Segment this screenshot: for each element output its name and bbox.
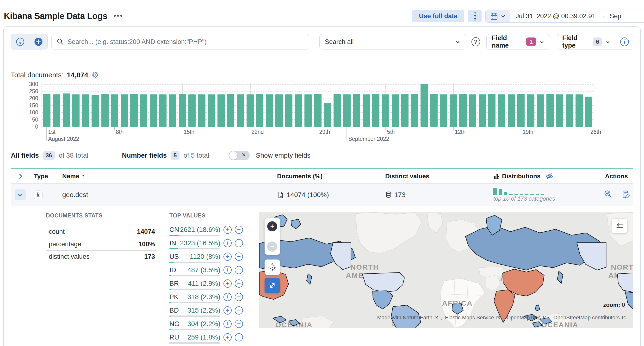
date-picker-menu[interactable] <box>486 10 510 22</box>
date-range-display[interactable]: Jul 31, 2022 @ 00:39:02.91 → Sep <box>510 10 626 22</box>
filter-for-value-button[interactable]: + <box>224 266 232 274</box>
attribution-link[interactable]: OpenStreetMap contributors <box>554 314 620 321</box>
histogram-plot[interactable] <box>42 83 594 127</box>
histogram-bar[interactable] <box>508 94 515 127</box>
histogram-bar[interactable] <box>459 94 466 127</box>
filter-for-value-button[interactable]: + <box>224 280 232 288</box>
histogram-bar[interactable] <box>324 103 331 127</box>
map-attribution[interactable]: Made with NaturalEarth , Elastic Maps Se… <box>377 314 626 321</box>
field-types-help-button[interactable]: i <box>616 34 633 49</box>
kebab-menu-button[interactable] <box>468 10 482 22</box>
histogram-bar[interactable] <box>227 94 234 127</box>
expand-all-button[interactable] <box>11 173 34 180</box>
gear-icon[interactable]: ⚙ <box>92 71 99 79</box>
filter-for-value-button[interactable]: + <box>224 306 232 314</box>
histogram-bar[interactable] <box>159 94 166 127</box>
histogram-bar[interactable] <box>169 94 176 127</box>
histogram-bar[interactable] <box>246 94 254 127</box>
filter-out-value-button[interactable]: − <box>235 280 243 288</box>
filter-out-value-button[interactable]: − <box>235 226 243 234</box>
map-legend-toggle-button[interactable] <box>612 219 628 233</box>
histogram-bar[interactable] <box>82 94 89 127</box>
filter-out-value-button[interactable]: − <box>235 239 243 247</box>
search-input[interactable] <box>68 38 304 46</box>
histogram-bar[interactable] <box>334 94 341 127</box>
histogram-bar[interactable] <box>488 94 496 127</box>
add-filter-button[interactable] <box>29 34 47 49</box>
edit-field-button[interactable] <box>622 190 630 200</box>
histogram-bar[interactable] <box>237 94 244 127</box>
histogram-bar[interactable] <box>343 94 350 127</box>
field-name-filter-button[interactable]: Field name 1 <box>486 34 550 50</box>
histogram-bar[interactable] <box>353 94 360 127</box>
geo-distribution-map[interactable]: NORTHAMERICANORTHAMERICAASIAAFRICASOUTHO… <box>259 212 633 328</box>
search-field[interactable] <box>52 34 309 50</box>
histogram-bar[interactable] <box>92 95 99 127</box>
histogram-bar[interactable] <box>556 94 563 127</box>
filter-out-value-button[interactable]: − <box>235 293 243 301</box>
histogram-bar[interactable] <box>295 94 302 127</box>
col-header-distinct-values[interactable]: Distinct values <box>385 172 493 180</box>
histogram-bar[interactable] <box>517 94 524 127</box>
collapse-row-button[interactable] <box>15 189 26 200</box>
histogram-bar[interactable] <box>256 94 263 127</box>
histogram-bar[interactable] <box>430 94 438 127</box>
date-start[interactable]: Jul 31, 2022 @ 00:39:02.91 <box>516 12 596 20</box>
histogram-bar[interactable] <box>72 94 80 127</box>
histogram-bar[interactable] <box>304 94 312 127</box>
histogram-bar[interactable] <box>150 94 157 127</box>
map-fullscreen-button[interactable] <box>264 278 280 293</box>
histogram-bar[interactable] <box>314 94 321 127</box>
filter-for-value-button[interactable]: + <box>224 293 232 301</box>
histogram-bar[interactable] <box>130 94 138 127</box>
histogram-bar[interactable] <box>420 84 428 127</box>
eye-slash-icon[interactable] <box>545 172 554 180</box>
date-range-picker[interactable]: Jul 31, 2022 @ 00:39:02.91 → Sep <box>486 10 644 22</box>
histogram-bar[interactable] <box>585 96 592 127</box>
explore-in-lens-button[interactable] <box>604 190 612 200</box>
histogram-bar[interactable] <box>276 94 282 127</box>
filter-for-value-button[interactable]: + <box>224 252 232 261</box>
histogram-bar[interactable] <box>392 94 399 127</box>
filter-for-value-button[interactable]: + <box>224 239 232 247</box>
breadcrumb-options-icon[interactable] <box>114 15 122 17</box>
histogram-bar[interactable] <box>188 94 196 127</box>
filter-for-value-button[interactable]: + <box>224 226 232 234</box>
field-row-geo-dest[interactable]: k geo.dest 14074 (100%) 173 top 10 of 17… <box>11 184 633 206</box>
histogram-bar[interactable] <box>198 94 205 127</box>
histogram-bar[interactable] <box>450 94 457 127</box>
map-zoom-in-button[interactable]: + <box>267 221 277 232</box>
histogram-bar[interactable] <box>53 94 60 127</box>
col-header-name[interactable]: Name ↑ <box>62 172 277 180</box>
histogram-bar[interactable] <box>43 94 50 127</box>
map-zoom-out-button[interactable]: − <box>267 242 277 252</box>
histogram-bar[interactable] <box>440 94 447 127</box>
histogram-bar[interactable] <box>121 94 128 127</box>
histogram-bar[interactable] <box>179 94 186 127</box>
filter-out-value-button[interactable]: − <box>235 306 243 314</box>
filter-for-value-button[interactable]: + <box>224 333 232 342</box>
histogram-bar[interactable] <box>140 94 147 127</box>
distribution-preview[interactable]: top 10 of 173 categories <box>493 188 592 202</box>
col-header-documents[interactable]: Documents (%) <box>277 172 385 180</box>
filter-out-value-button[interactable]: − <box>235 320 243 328</box>
histogram-bar[interactable] <box>546 94 554 127</box>
histogram-bar[interactable] <box>527 94 534 127</box>
filter-out-value-button[interactable]: − <box>235 333 243 342</box>
histogram-bar[interactable] <box>372 94 380 127</box>
histogram-bar[interactable] <box>566 94 573 127</box>
histogram-bar[interactable] <box>479 94 486 127</box>
histogram-bar[interactable] <box>469 94 476 127</box>
histogram-bar[interactable] <box>266 94 273 127</box>
field-type-filter-button[interactable]: Field type 6 <box>557 34 616 49</box>
histogram-bar[interactable] <box>498 94 505 127</box>
histogram-bar[interactable] <box>102 94 108 127</box>
histogram-bar[interactable] <box>382 94 389 127</box>
histogram-bar[interactable] <box>537 94 544 127</box>
search-all-select[interactable]: Search all <box>319 34 466 50</box>
histogram-bar[interactable] <box>218 94 225 127</box>
show-empty-fields-toggle[interactable]: ✕ <box>228 151 250 160</box>
histogram-bar[interactable] <box>576 94 583 127</box>
attribution-link[interactable]: Made with NaturalEarth <box>377 314 432 321</box>
help-icon[interactable]: ? <box>472 37 480 46</box>
